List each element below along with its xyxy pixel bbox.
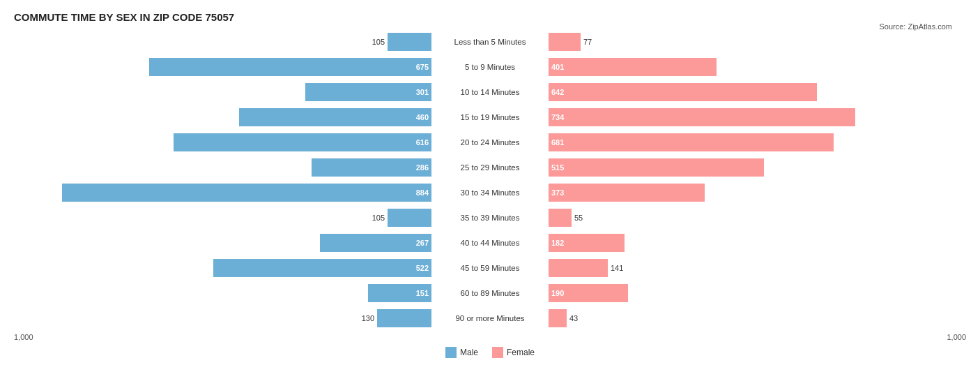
axis-right-label: 1,000 bbox=[947, 333, 966, 341]
male-value: 884 bbox=[416, 188, 429, 197]
male-bar: 884 bbox=[62, 184, 431, 202]
female-label: Female bbox=[507, 348, 535, 357]
female-color-box bbox=[492, 347, 503, 358]
male-bar: 286 bbox=[312, 158, 431, 177]
chart-row: 46015 to 19 Minutes734 bbox=[14, 105, 966, 129]
axis-row: 1,000 1,000 bbox=[14, 333, 966, 341]
row-label: 25 to 29 Minutes bbox=[434, 163, 546, 172]
axis-right: 1,000 bbox=[544, 333, 966, 341]
female-bar: 515 bbox=[549, 158, 764, 177]
row-label: 40 to 44 Minutes bbox=[434, 239, 546, 247]
female-value: 141 bbox=[611, 264, 623, 272]
male-bar: 460 bbox=[239, 108, 431, 126]
male-value: 105 bbox=[372, 38, 385, 46]
row-label: 15 to 19 Minutes bbox=[434, 113, 546, 121]
female-value: 43 bbox=[569, 314, 578, 322]
axis-left-label: 1,000 bbox=[14, 333, 33, 341]
legend: Male Female bbox=[14, 347, 966, 358]
female-value: 681 bbox=[551, 138, 564, 147]
male-bar: 616 bbox=[174, 133, 431, 151]
row-label: 5 to 9 Minutes bbox=[434, 63, 546, 71]
male-value: 286 bbox=[416, 163, 429, 172]
chart-row: 88430 to 34 Minutes373 bbox=[14, 181, 966, 204]
male-label: Male bbox=[460, 348, 478, 357]
male-color-box bbox=[445, 347, 457, 358]
chart-row: 52245 to 59 Minutes141 bbox=[14, 256, 966, 280]
row-label: 60 to 89 Minutes bbox=[434, 289, 546, 297]
male-value: 151 bbox=[416, 289, 429, 297]
female-bar bbox=[549, 309, 567, 327]
row-label: 35 to 39 Minutes bbox=[434, 214, 546, 222]
male-value: 522 bbox=[416, 264, 429, 272]
row-label: Less than 5 Minutes bbox=[434, 38, 546, 46]
row-label: 45 to 59 Minutes bbox=[434, 264, 546, 272]
male-value: 105 bbox=[372, 214, 385, 222]
row-label: 30 to 34 Minutes bbox=[434, 188, 546, 197]
chart-row: 13090 or more Minutes43 bbox=[14, 306, 966, 330]
male-bar bbox=[377, 309, 431, 327]
female-bar: 182 bbox=[549, 234, 625, 252]
male-value: 675 bbox=[416, 63, 429, 71]
chart-row: 28625 to 29 Minutes515 bbox=[14, 156, 966, 179]
row-label: 90 or more Minutes bbox=[434, 314, 546, 322]
male-bar: 151 bbox=[368, 284, 431, 302]
female-value: 190 bbox=[551, 289, 564, 297]
row-label: 10 to 14 Minutes bbox=[434, 88, 546, 96]
female-bar: 401 bbox=[549, 58, 717, 76]
female-bar bbox=[549, 259, 608, 277]
male-value: 460 bbox=[416, 113, 429, 121]
female-bar: 681 bbox=[549, 133, 834, 151]
male-bar: 522 bbox=[213, 259, 431, 277]
chart-title: COMMUTE TIME BY SEX IN ZIP CODE 75057 bbox=[14, 11, 966, 23]
chart-row: 10535 to 39 Minutes55 bbox=[14, 206, 966, 230]
chart-row: 30110 to 14 Minutes642 bbox=[14, 80, 966, 104]
axis-left: 1,000 bbox=[14, 333, 436, 341]
chart-row: 6755 to 9 Minutes401 bbox=[14, 55, 966, 79]
female-value: 734 bbox=[551, 113, 564, 121]
male-bar: 267 bbox=[320, 234, 431, 252]
male-bar: 675 bbox=[149, 58, 431, 76]
chart-row: 61620 to 24 Minutes681 bbox=[14, 131, 966, 154]
female-value: 373 bbox=[551, 188, 564, 197]
male-bar: 301 bbox=[305, 83, 431, 101]
female-value: 182 bbox=[551, 239, 564, 247]
male-bar bbox=[388, 209, 431, 227]
chart-area: 105Less than 5 Minutes776755 to 9 Minute… bbox=[14, 30, 966, 330]
female-bar: 190 bbox=[549, 284, 628, 302]
female-bar bbox=[549, 33, 581, 51]
female-bar: 734 bbox=[549, 108, 855, 126]
female-bar: 373 bbox=[549, 184, 705, 202]
chart-row: 15160 to 89 Minutes190 bbox=[14, 281, 966, 305]
female-value: 515 bbox=[551, 163, 564, 172]
male-bar bbox=[388, 33, 431, 51]
female-value: 55 bbox=[574, 214, 583, 222]
female-value: 401 bbox=[551, 63, 564, 71]
row-label: 20 to 24 Minutes bbox=[434, 138, 546, 147]
female-value: 642 bbox=[551, 88, 564, 96]
male-value: 301 bbox=[416, 88, 429, 96]
male-value: 267 bbox=[416, 239, 429, 247]
male-value: 616 bbox=[416, 138, 429, 147]
male-value: 130 bbox=[362, 314, 374, 322]
female-bar: 642 bbox=[549, 83, 817, 101]
legend-female: Female bbox=[492, 347, 535, 358]
chart-row: 105Less than 5 Minutes77 bbox=[14, 30, 966, 54]
chart-row: 26740 to 44 Minutes182 bbox=[14, 231, 966, 255]
legend-male: Male bbox=[445, 347, 478, 358]
female-bar bbox=[549, 209, 572, 227]
female-value: 77 bbox=[583, 38, 592, 46]
